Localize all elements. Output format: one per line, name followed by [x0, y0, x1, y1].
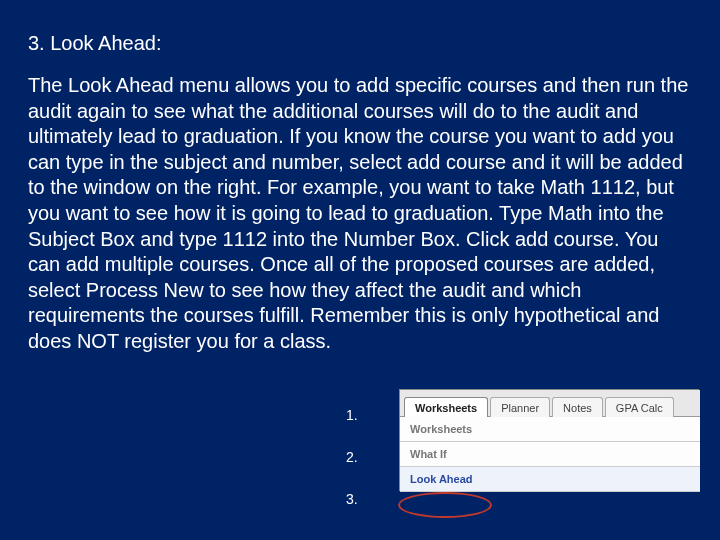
- body-paragraph: The Look Ahead menu allows you to add sp…: [28, 73, 692, 355]
- slide: 3. Look Ahead: The Look Ahead menu allow…: [0, 0, 720, 540]
- tab-planner[interactable]: Planner: [490, 397, 550, 417]
- menu-item-what-if[interactable]: What If: [400, 442, 700, 467]
- tab-menu-screenshot: Worksheets Planner Notes GPA Calc Worksh…: [400, 390, 700, 492]
- step-3-label: 3.: [346, 492, 358, 506]
- menu-item-worksheets[interactable]: Worksheets: [400, 417, 700, 442]
- tab-notes[interactable]: Notes: [552, 397, 603, 417]
- step-2-label: 2.: [346, 450, 358, 464]
- menu-item-look-ahead[interactable]: Look Ahead: [400, 467, 700, 492]
- step-1-label: 1.: [346, 408, 358, 422]
- highlight-oval-icon: [398, 492, 492, 518]
- tab-worksheets[interactable]: Worksheets: [404, 397, 488, 417]
- tabs-row: Worksheets Planner Notes GPA Calc: [400, 390, 700, 417]
- section-heading: 3. Look Ahead:: [28, 32, 692, 55]
- step-numbers: 1. 2. 3.: [346, 408, 358, 534]
- tab-gpa-calc[interactable]: GPA Calc: [605, 397, 674, 417]
